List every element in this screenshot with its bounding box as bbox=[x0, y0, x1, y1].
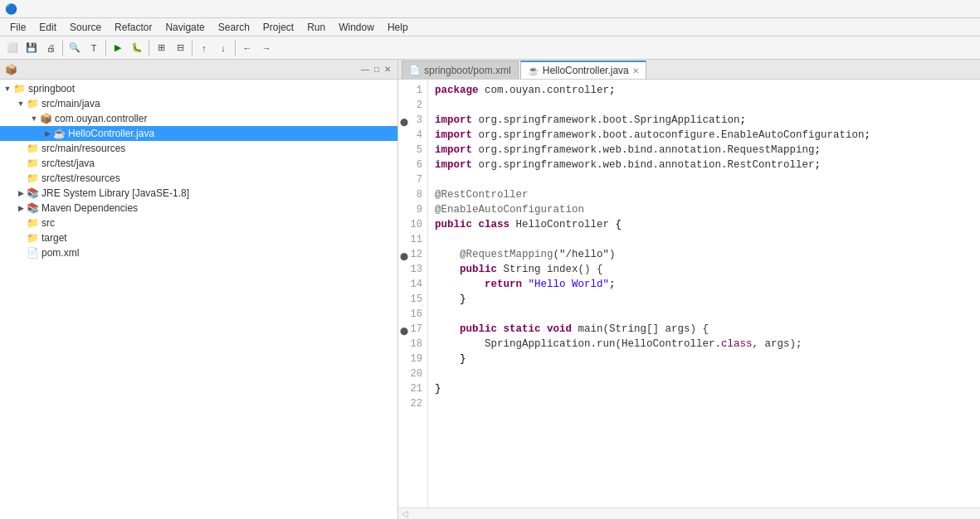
toolbar-print[interactable]: 🖨 bbox=[41, 39, 60, 57]
code-line-7 bbox=[435, 172, 973, 187]
tab-label: HelloController.java bbox=[543, 65, 629, 76]
line-number-5: 5 bbox=[402, 143, 422, 158]
pe-maximize[interactable]: □ bbox=[373, 64, 381, 75]
toolbar-next-annotation[interactable]: ↓ bbox=[214, 39, 232, 57]
tree-arrow: ▶ bbox=[15, 189, 27, 197]
code-line-13: public String index() { bbox=[435, 262, 973, 277]
pe-close[interactable]: ✕ bbox=[383, 64, 392, 75]
tree-item-12[interactable]: 📄pom.xml bbox=[0, 245, 397, 260]
pe-minimize[interactable]: — bbox=[359, 64, 371, 75]
menu-refactor[interactable]: Refactor bbox=[108, 20, 158, 35]
toolbar-save[interactable]: 💾 bbox=[22, 39, 41, 57]
toolbar-sep2 bbox=[105, 41, 106, 56]
editor-area: 📄springboot/pom.xml☕HelloController.java… bbox=[398, 60, 980, 519]
tree-item-11[interactable]: 📁target bbox=[0, 230, 397, 245]
pe-header: 📦 — □ ✕ bbox=[0, 60, 397, 80]
code-line-15: } bbox=[435, 292, 973, 307]
line-number-17: ⬤17 bbox=[402, 322, 422, 337]
menu-project[interactable]: Project bbox=[256, 20, 300, 35]
tree-item-5[interactable]: 📁src/main/resources bbox=[0, 141, 397, 156]
menu-source[interactable]: Source bbox=[63, 20, 108, 35]
line-number-2: 2 bbox=[402, 98, 422, 113]
line-number-6: 6 bbox=[402, 158, 422, 172]
tab-close[interactable]: ✕ bbox=[632, 66, 639, 75]
toolbar-debug[interactable]: 🐛 bbox=[128, 39, 146, 57]
toolbar-new-window[interactable]: ⊟ bbox=[171, 39, 189, 57]
pe-title: 📦 bbox=[5, 64, 21, 75]
line-number-18: 18 bbox=[402, 337, 422, 352]
tree-item-icon: 📁 bbox=[27, 232, 39, 244]
toolbar-sep5 bbox=[235, 41, 236, 56]
code-editor[interactable]: 12⬤34567891011⬤1213141516⬤171819202122 p… bbox=[398, 80, 980, 507]
menu-edit[interactable]: Edit bbox=[32, 20, 63, 35]
code-line-12: @RequestMapping("/hello") bbox=[435, 247, 973, 262]
menu-bar: File Edit Source Refactor Navigate Searc… bbox=[0, 18, 980, 36]
scroll-indicator: ◁ bbox=[402, 509, 408, 518]
tree-item-9[interactable]: ▶📚Maven Dependencies bbox=[0, 201, 397, 216]
tree-item-label: src/test/java bbox=[41, 158, 95, 169]
tab-2[interactable]: ☕HelloController.java✕ bbox=[520, 61, 646, 79]
tree-item-3[interactable]: ▼📦com.ouyan.controller bbox=[0, 111, 397, 126]
tab-label: springboot/pom.xml bbox=[424, 65, 511, 76]
code-line-20 bbox=[435, 366, 973, 381]
code-line-21: } bbox=[435, 381, 973, 396]
menu-navigate[interactable]: Navigate bbox=[158, 20, 211, 35]
menu-window[interactable]: Window bbox=[332, 20, 381, 35]
code-line-2 bbox=[435, 98, 973, 113]
tree-item-icon: 📁 bbox=[27, 217, 39, 229]
tab-1[interactable]: 📄springboot/pom.xml bbox=[402, 61, 519, 79]
line-number-4: 4 bbox=[402, 128, 422, 143]
tree-item-label: src/main/java bbox=[41, 98, 100, 109]
tree-item-7[interactable]: 📁src/test/resources bbox=[0, 171, 397, 186]
line-number-16: 16 bbox=[402, 307, 422, 322]
toolbar-search-files[interactable]: 🔍 bbox=[66, 39, 84, 57]
line-number-21: 21 bbox=[402, 381, 422, 396]
tree-item-icon: ☕ bbox=[53, 128, 66, 139]
line-number-20: 20 bbox=[402, 366, 422, 381]
tree-item-label: src bbox=[41, 217, 55, 229]
tree-arrow: ▼ bbox=[2, 85, 13, 93]
tab-icon: ☕ bbox=[528, 65, 539, 76]
tree-item-icon: 📚 bbox=[27, 202, 39, 214]
menu-file[interactable]: File bbox=[3, 20, 32, 35]
toolbar-new[interactable]: ⬜ bbox=[3, 39, 22, 57]
tree-item-6[interactable]: 📁src/test/java bbox=[0, 156, 397, 171]
line-number-10: 10 bbox=[402, 217, 422, 232]
toolbar-open-perspective[interactable]: ⊞ bbox=[152, 39, 170, 57]
code-content: 12⬤34567891011⬤1213141516⬤171819202122 p… bbox=[398, 80, 980, 507]
tree-item-8[interactable]: ▶📚JRE System Library [JavaSE-1.8] bbox=[0, 186, 397, 201]
code-lines[interactable]: package com.ouyan.controller; import org… bbox=[428, 80, 980, 507]
toolbar-forward[interactable]: → bbox=[257, 39, 275, 57]
tree-arrow: ▶ bbox=[41, 129, 53, 138]
menu-search[interactable]: Search bbox=[212, 20, 256, 35]
toolbar-open-type[interactable]: T bbox=[85, 39, 103, 57]
code-line-8: @RestController bbox=[435, 187, 973, 202]
tree-item-10[interactable]: 📁src bbox=[0, 216, 397, 230]
line-number-13: 13 bbox=[402, 262, 422, 277]
line-number-15: 15 bbox=[402, 292, 422, 307]
tree-item-2[interactable]: ▼📁src/main/java bbox=[0, 96, 397, 111]
toolbar: ⬜ 💾 🖨 🔍 T ▶ 🐛 ⊞ ⊟ ↑ ↓ ← → bbox=[0, 36, 980, 60]
tree-item-label: Maven Dependencies bbox=[41, 202, 138, 214]
tree-item-icon: 📄 bbox=[27, 247, 39, 259]
tree-item-1[interactable]: ▼📁springboot bbox=[0, 81, 397, 96]
tree-item-icon: 📁 bbox=[27, 158, 39, 169]
line-number-22: 22 bbox=[402, 396, 422, 411]
code-line-22 bbox=[435, 396, 973, 411]
tree-item-label: springboot bbox=[28, 83, 75, 95]
code-line-5: import org.springframework.web.bind.anno… bbox=[435, 143, 973, 158]
tree-arrow: ▶ bbox=[15, 204, 27, 212]
bottom-scrollbar[interactable]: ◁ bbox=[398, 507, 980, 519]
code-line-16 bbox=[435, 307, 973, 322]
tree-item-icon: 📚 bbox=[27, 187, 39, 199]
toolbar-back[interactable]: ← bbox=[238, 39, 256, 57]
menu-run[interactable]: Run bbox=[300, 20, 332, 35]
tree-item-4[interactable]: ▶☕HelloController.java bbox=[0, 126, 397, 141]
tree-item-label: target bbox=[41, 232, 67, 244]
toolbar-prev-annotation[interactable]: ↑ bbox=[195, 39, 213, 57]
code-line-19: } bbox=[435, 352, 973, 366]
tree-item-label: JRE System Library [JavaSE-1.8] bbox=[41, 187, 189, 199]
menu-help[interactable]: Help bbox=[381, 20, 415, 35]
tabs-bar: 📄springboot/pom.xml☕HelloController.java… bbox=[398, 60, 980, 80]
toolbar-run[interactable]: ▶ bbox=[109, 39, 127, 57]
